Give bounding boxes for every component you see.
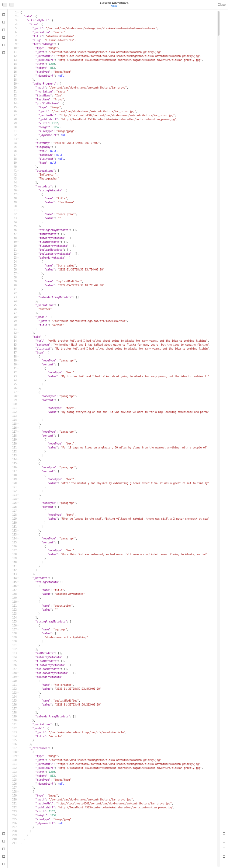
- code-line[interactable]: "_dynamicUrl": null: [20, 782, 216, 786]
- code-line[interactable]: "_path": "/conf/wknd-shared/settings/dam…: [20, 731, 216, 735]
- code-line[interactable]: }: [20, 833, 216, 837]
- code-line[interactable]: "nodeType": "paragraph",: [20, 501, 216, 505]
- refresh-icon[interactable]: [2, 830, 5, 838]
- code-line[interactable]: "_path": "/content/dam/wknd-shared/en/co…: [20, 798, 216, 802]
- code-line[interactable]: "birthDay": "1988-09-26T14:09:00.000-07:…: [20, 141, 216, 145]
- code-line[interactable]: {: [20, 462, 216, 465]
- fold-marker[interactable]: ▾: [17, 367, 19, 370]
- fold-marker[interactable]: ▾: [17, 256, 19, 259]
- code-line[interactable]: ],: [20, 616, 216, 620]
- fold-marker[interactable]: ▾: [17, 138, 19, 140]
- fold-marker[interactable]: ▾: [17, 241, 19, 243]
- code-line[interactable]: ]: [20, 382, 216, 386]
- code-line[interactable]: "content": [: [20, 505, 216, 509]
- code-line[interactable]: "name": "jcr:created",: [20, 264, 216, 268]
- code-line[interactable]: "mimeType": "image/jpeg",: [20, 778, 216, 782]
- code-line[interactable]: "value": "Alaskan Adventures": [20, 592, 216, 596]
- code-line[interactable]: "_path": "/content/dam/wknd-shared/en/ma…: [20, 758, 216, 762]
- code-line[interactable]: "plaintext": "My brother Neil and I had …: [20, 347, 216, 351]
- code-line[interactable]: "html": null,: [20, 149, 216, 153]
- code-line[interactable]: "type": "image",: [20, 46, 216, 50]
- fold-marker[interactable]: ▾: [17, 466, 19, 468]
- code-line[interactable]: "_model": {: [20, 315, 216, 319]
- code-line[interactable]: "booleanArrayMetadata": [],: [20, 252, 216, 256]
- fold-marker[interactable]: ▾: [17, 272, 19, 275]
- fold-marker[interactable]: ▾: [17, 185, 19, 188]
- code-line[interactable]: "type": "image",: [20, 105, 216, 110]
- code-line[interactable]: ],: [20, 711, 216, 715]
- code-line[interactable]: {: [20, 695, 216, 699]
- fold-marker[interactable]: ▾: [17, 43, 19, 45]
- code-line[interactable]: "name": "cq:lastModified",: [20, 699, 216, 703]
- code-line[interactable]: "item": {: [20, 23, 216, 27]
- code-line[interactable]: "nodeType": "paragraph",: [20, 394, 216, 398]
- fold-marker[interactable]: ▾: [17, 387, 19, 390]
- fold-marker[interactable]: ▾: [17, 502, 19, 504]
- code-line[interactable]: "content": [: [20, 540, 216, 545]
- code-line[interactable]: "title": "Alaskan Adventure",: [20, 34, 216, 38]
- fold-marker[interactable]: ▾: [17, 169, 19, 172]
- code-line[interactable]: },: [20, 386, 216, 390]
- fold-marker[interactable]: ▾: [17, 672, 19, 674]
- code-line[interactable]: {: [20, 402, 216, 406]
- code-line[interactable]: "_variation": "master",: [20, 90, 216, 94]
- code-line[interactable]: }: [20, 378, 216, 382]
- clock-icon[interactable]: [2, 34, 5, 42]
- code-line[interactable]: "profilePicture": {: [20, 102, 216, 105]
- code-line[interactable]: "intMetadata": [],: [20, 651, 216, 655]
- code-line[interactable]: "_publishUrl": "http://localhost:4503/co…: [20, 118, 216, 121]
- history-icon[interactable]: [222, 838, 226, 845]
- scrollbar-thumb[interactable]: [218, 11, 220, 36]
- code-line[interactable]: {: [20, 533, 216, 537]
- code-line[interactable]: "_references": [: [20, 746, 216, 750]
- code-line[interactable]: "height": 1152,: [20, 125, 216, 129]
- fold-marker[interactable]: ▾: [17, 391, 19, 393]
- code-line[interactable]: "booleanMetadata": [],: [20, 248, 216, 252]
- code-line[interactable]: ]: [20, 525, 216, 529]
- code-line[interactable]: "_dynamicUrl": null: [20, 822, 216, 826]
- code-line[interactable]: "nodeType": "paragraph",: [20, 359, 216, 363]
- code-line[interactable]: "calendarMetadata": [: [20, 675, 216, 679]
- code-line[interactable]: "calendarMetadata": [: [20, 256, 216, 260]
- code-line[interactable]: "height": 853,: [20, 66, 216, 70]
- code-line[interactable]: },: [20, 458, 216, 462]
- fold-marker[interactable]: ▾: [17, 628, 19, 631]
- chart-icon[interactable]: [2, 838, 5, 845]
- code-line[interactable]: }: [20, 521, 216, 525]
- code-line[interactable]: "_publishUrl": "http://localhost:4503/co…: [20, 766, 216, 770]
- code-line[interactable]: {: [20, 790, 216, 794]
- code-line[interactable]: {: [20, 545, 216, 549]
- code-line[interactable]: "name": "jcr:created",: [20, 683, 216, 687]
- code-line[interactable]: "value": "": [20, 608, 216, 612]
- code-line[interactable]: "_variations": [],: [20, 722, 216, 726]
- code-line[interactable]: {: [20, 497, 216, 501]
- code-line[interactable]: },: [20, 786, 216, 790]
- code-line[interactable]: ]: [20, 640, 216, 644]
- toggle-rail-icon[interactable]: [2, 11, 5, 19]
- code-line[interactable]: },: [20, 596, 216, 600]
- code-line[interactable]: ]: [20, 489, 216, 493]
- fold-marker[interactable]: ▾: [17, 395, 19, 397]
- fold-marker[interactable]: ▾: [17, 427, 19, 429]
- code-line[interactable]: ]: [20, 829, 216, 833]
- code-line[interactable]: "intMetadata": [],: [20, 232, 216, 236]
- code-line[interactable]: "name": "description",: [20, 212, 216, 216]
- code-line[interactable]: "value": "2023-01-31T08:59:03.714+01:00": [20, 268, 216, 272]
- fold-marker[interactable]: ▾: [17, 600, 19, 603]
- fold-marker[interactable]: ▾: [17, 790, 19, 793]
- code-line[interactable]: "title": "Article": [20, 735, 216, 738]
- code-line[interactable]: {: [20, 367, 216, 371]
- fold-marker[interactable]: ▾: [17, 355, 19, 358]
- code-line[interactable]: ]: [20, 560, 216, 564]
- code-line[interactable]: "biography": {: [20, 145, 216, 149]
- code-line[interactable]: "_path": "/content/dam/wknd-shared/en/co…: [20, 110, 216, 114]
- code-line[interactable]: }: [20, 841, 216, 845]
- code-line[interactable]: "floatArrayMetadata": [],: [20, 663, 216, 667]
- fold-marker[interactable]: ▾: [17, 83, 19, 85]
- code-line[interactable]: }: [20, 564, 216, 568]
- code-line[interactable]: {: [20, 276, 216, 280]
- fold-marker[interactable]: ▾: [17, 537, 19, 540]
- code-line[interactable]: "lastName": "Provo",: [20, 98, 216, 102]
- code-line[interactable]: "calendarArrayMetadata": []: [20, 715, 216, 719]
- fold-marker[interactable]: ▾: [17, 193, 19, 196]
